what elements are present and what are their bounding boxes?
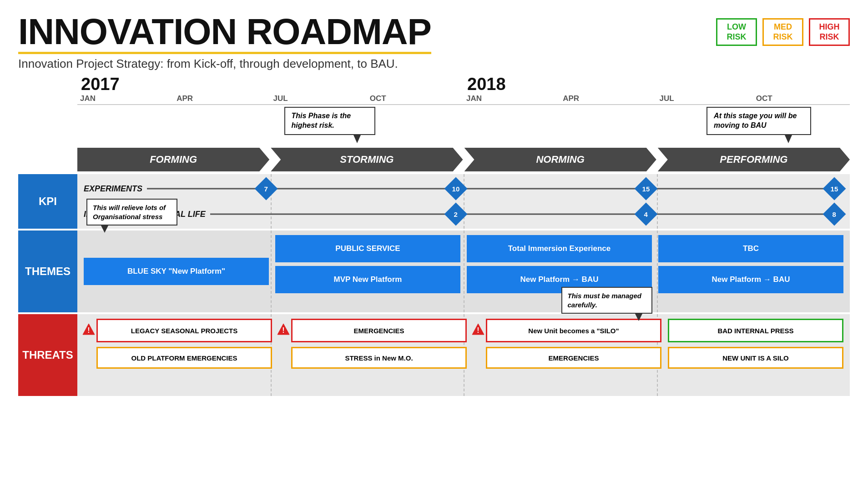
theme-col-3: Total Immersion Experience New Platform … (467, 235, 652, 293)
threat-row-legacy: ! LEGACY SEASONAL PROJECTS (96, 319, 272, 342)
year-row: 2017 2018 (77, 75, 850, 94)
diamond-inno-1: 2 (444, 203, 468, 226)
theme-col-1: BLUE SKY "New Platform" (84, 235, 269, 285)
diamond-inno-3: 8 (823, 203, 846, 226)
threat-row-silo: ! New Unit becomes a "SILO" (486, 319, 661, 342)
experiments-label: EXPERIMENTS (84, 184, 147, 194)
phase-storming: STORMING (271, 148, 463, 171)
diamond-exp-3: 15 (634, 177, 657, 200)
svg-text:!: ! (87, 326, 90, 334)
risk-badges: LOWRISK MEDRISK HIGHRISK (716, 18, 850, 46)
year-2018: 2018 (464, 75, 850, 94)
low-risk-badge: LOWRISK (716, 18, 757, 46)
callout-area-1: This Phase is the highest risk. At this … (77, 107, 850, 148)
threat-icon-3: ! (471, 323, 485, 338)
main-title: INNOVATION ROADMAP (18, 14, 431, 54)
themes-section: THEMES This will relieve lots of Organis… (18, 230, 850, 312)
phase-forming: FORMING (77, 148, 269, 171)
threat-emergencies-3: EMERGENCIES (486, 347, 661, 369)
months-2017: JAN APR JUL OCT (77, 94, 464, 103)
kpi-label: KPI (18, 174, 77, 229)
threat-legacy: LEGACY SEASONAL PROJECTS (96, 319, 272, 342)
threat-bad-press: BAD INTERNAL PRESS (668, 319, 843, 342)
svg-text:!: ! (477, 326, 479, 334)
med-risk-badge: MEDRISK (762, 18, 803, 46)
themes-label: THEMES (18, 230, 77, 312)
theme-col-2: PUBLIC SERVICE MVP New Platform (275, 235, 460, 293)
svg-text:!: ! (282, 326, 284, 334)
threat-icon-1: ! (82, 323, 96, 338)
phase-row: FORMING STORMING NORMING PERFORMING (77, 148, 850, 171)
themes-content: This will relieve lots of Organisational… (77, 230, 850, 312)
theme-mvp: MVP New Platform (275, 266, 460, 293)
subtitle: Innovation Project Strategy: from Kick-o… (18, 57, 431, 71)
year-2017: 2017 (77, 75, 464, 94)
months-2018: JAN APR JUL OCT (464, 94, 850, 103)
threats-label: THREATS (18, 314, 77, 396)
threat-col-3: ! New Unit becomes a "SILO" EMERGENCIES (473, 319, 661, 391)
slide: INNOVATION ROADMAP Innovation Project St… (0, 0, 868, 491)
phase-norming: NORMING (464, 148, 656, 171)
theme-blue-sky: BLUE SKY "New Platform" (84, 258, 269, 285)
kpi-experiments-row: EXPERIMENTS 7 10 15 15 (84, 180, 843, 198)
themes-callout: This will relieve lots of Organisational… (86, 199, 177, 225)
high-risk-badge: HIGHRISK (809, 18, 850, 46)
threat-col-2: ! EMERGENCIES STRESS in New M.O. (278, 319, 467, 391)
threat-col-1: ! LEGACY SEASONAL PROJECTS OLD PLATFORM … (84, 319, 272, 391)
month-row: JAN APR JUL OCT JAN APR JUL OCT (77, 94, 850, 105)
kpi-innovations-row: INNOVATIONS INTO REAL LIFE 2 4 8 (84, 205, 843, 223)
threats-content: This must be managed carefully. ! LEGA (77, 314, 850, 396)
diamond-exp-4: 15 (823, 177, 846, 200)
threat-emergencies-2: EMERGENCIES (291, 319, 467, 342)
threat-old-platform: OLD PLATFORM EMERGENCIES (96, 347, 272, 369)
threats-section: THREATS This must be managed carefully. (18, 314, 850, 396)
threat-icon-2: ! (277, 323, 290, 338)
chart-grid: 2017 2018 JAN APR JUL OCT JAN APR JUL OC… (18, 75, 850, 396)
threat-new-unit-silo: NEW UNIT IS A SILO (668, 347, 843, 369)
theme-total-immersion: Total Immersion Experience (467, 235, 652, 262)
diamond-inno-2: 4 (634, 203, 657, 226)
diamond-exp-1: 7 (254, 177, 278, 200)
theme-col-4: TBC New Platform → BAU (658, 235, 843, 293)
threat-row-emergencies: ! EMERGENCIES (291, 319, 467, 342)
theme-tbc: TBC (658, 235, 843, 262)
theme-public-service: PUBLIC SERVICE (275, 235, 460, 262)
theme-np-bau-2: New Platform → BAU (658, 266, 843, 293)
threats-callout: This must be managed carefully. (561, 287, 652, 314)
threat-silo: New Unit becomes a "SILO" (486, 319, 661, 342)
kpi-content: EXPERIMENTS 7 10 15 15 (77, 174, 850, 229)
threat-col-4: BAD INTERNAL PRESS NEW UNIT IS A SILO (668, 319, 843, 391)
phase-performing: PERFORMING (658, 148, 850, 171)
callout-bau: At this stage you will be moving to BAU (707, 107, 811, 135)
diamond-exp-2: 10 (444, 177, 468, 200)
title-block: INNOVATION ROADMAP Innovation Project St… (18, 14, 431, 71)
callout-highest-risk: This Phase is the highest risk. (284, 107, 375, 135)
threat-stress: STRESS in New M.O. (291, 347, 467, 369)
header: INNOVATION ROADMAP Innovation Project St… (18, 14, 850, 71)
